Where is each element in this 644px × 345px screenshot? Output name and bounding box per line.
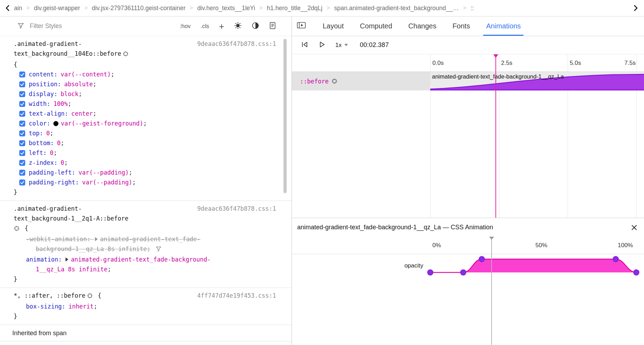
stylesheet-source-link[interactable]: 4ff747d74e19f453.css:1 — [197, 291, 276, 300]
styles-scrollbar[interactable] — [283, 39, 287, 193]
track-pseudo-element-label[interactable]: ::before — [300, 78, 329, 85]
stylesheet-source-link[interactable]: 9deaac636f47b878.css:1 — [197, 39, 276, 49]
contrast-appearance-icon[interactable] — [252, 22, 259, 31]
keyframe-dot[interactable] — [613, 256, 618, 262]
property-name[interactable]: z-index — [29, 159, 54, 166]
property-value[interactable]: var(--padding) — [78, 169, 129, 176]
property-value[interactable]: block — [61, 90, 78, 97]
current-time-display: 00:02.387 — [360, 41, 389, 49]
breadcrumb-item[interactable]: div.hero_texts__1leYi — [197, 5, 255, 12]
toggle-hover-states-button[interactable]: :hov — [180, 23, 191, 29]
breadcrumb-item[interactable]: div.geist-wrapper — [34, 5, 80, 12]
property-enabled-checkbox[interactable] — [19, 170, 25, 176]
timeline-time-ruler[interactable]: 0.0s2.5s5.0s7.5s — [292, 54, 644, 72]
property-name[interactable]: display — [29, 90, 54, 97]
rule-selector[interactable]: .animated-gradient- — [14, 39, 82, 49]
property-name[interactable]: color — [29, 120, 47, 127]
property-enabled-checkbox[interactable] — [19, 150, 25, 156]
scope-target-icon[interactable] — [87, 293, 93, 300]
breadcrumb-item[interactable]: div.jsx-2797361110.geist-container — [92, 5, 186, 12]
property-enabled-checkbox[interactable] — [19, 160, 25, 166]
property-value[interactable]: 0 — [57, 140, 61, 147]
property-enabled-checkbox[interactable] — [19, 111, 25, 117]
skip-to-start-icon[interactable] — [301, 41, 309, 49]
property-value[interactable]: 100% — [53, 100, 68, 107]
scope-target-icon[interactable] — [331, 78, 337, 84]
property-enabled-checkbox[interactable] — [19, 91, 25, 97]
keyframe-dot[interactable] — [479, 256, 485, 262]
stylesheet-document-icon[interactable] — [269, 22, 276, 31]
time-ruler-label: 0.0s — [432, 60, 444, 67]
property-enabled-checkbox[interactable] — [19, 81, 25, 87]
rule-selector[interactable]: .animated-gradient- — [14, 204, 82, 214]
property-colon: : — [47, 100, 50, 107]
scope-target-icon[interactable] — [14, 226, 20, 233]
property-enabled-checkbox[interactable] — [19, 72, 25, 77]
animations-tab-item[interactable]: Changes — [408, 16, 436, 36]
property-enabled-checkbox[interactable] — [19, 140, 25, 146]
property-name[interactable]: content — [29, 71, 54, 78]
keyframe-dot[interactable] — [427, 270, 433, 275]
property-name[interactable]: left — [29, 149, 43, 156]
play-icon[interactable] — [318, 41, 326, 49]
property-enabled-checkbox[interactable] — [19, 180, 25, 185]
playhead-triangle-icon[interactable] — [493, 54, 498, 58]
panel-toggle-icon[interactable] — [297, 21, 306, 31]
keyframes-current-time-indicator[interactable] — [491, 237, 492, 345]
disclosure-triangle-icon[interactable] — [95, 237, 98, 241]
animations-tab-item[interactable]: Layout — [323, 16, 344, 36]
stylesheet-source-link[interactable]: 9deaac636f47b878.css:1 — [197, 204, 276, 214]
filter-styles-input[interactable]: Filter Styles — [30, 22, 62, 30]
color-swatch[interactable] — [53, 121, 59, 126]
keyframe-dot[interactable] — [460, 270, 466, 275]
css-property-row[interactable]: box-sizing:inherit; — [14, 302, 276, 311]
css-property-row[interactable]: animation:animated-gradient-text_fade-ba… — [14, 255, 276, 264]
breadcrumb-forward-icon[interactable] — [633, 5, 638, 12]
property-value[interactable]: 0 — [50, 149, 53, 156]
rule-selector[interactable]: text_background__104Eo::before — [14, 50, 121, 57]
animations-tab-item[interactable]: Animations — [486, 16, 521, 36]
property-name[interactable]: padding-right — [29, 179, 75, 186]
property-enabled-checkbox[interactable] — [19, 121, 25, 127]
property-name[interactable]: bottom — [29, 140, 50, 147]
property-semicolon: ; — [68, 100, 71, 107]
toggle-classes-button[interactable]: .cls — [200, 23, 209, 29]
breadcrumb-item[interactable]: h1.hero_title__2dqLj — [267, 5, 323, 12]
property-enabled-checkbox[interactable] — [19, 101, 25, 107]
property-name[interactable]: width — [29, 100, 47, 107]
animations-tab-item[interactable]: Computed — [360, 16, 392, 36]
element-style-rule: element { inline — [0, 341, 292, 345]
disclosure-triangle-icon[interactable] — [66, 257, 68, 262]
light-appearance-icon[interactable] — [234, 22, 242, 31]
property-value[interactable]: center — [71, 110, 93, 117]
property-value[interactable]: absolute — [64, 81, 93, 88]
property-value[interactable]: var(--padding) — [82, 179, 132, 186]
breadcrumb-item[interactable]: :: — [471, 5, 474, 12]
breadcrumb-back-icon[interactable] — [5, 5, 10, 12]
property-name[interactable]: top — [29, 130, 40, 137]
property-name[interactable]: text-align — [29, 110, 64, 117]
timeline-playhead[interactable] — [495, 54, 496, 218]
track-target-cell[interactable]: ::before — [292, 72, 430, 90]
playback-speed-dropdown[interactable]: 1x — [335, 42, 348, 49]
property-name[interactable]: padding-left — [29, 169, 72, 176]
property-colon: : — [57, 81, 61, 88]
animations-tab-item[interactable]: Fonts — [452, 16, 470, 36]
keyframe-dot[interactable] — [633, 270, 639, 275]
rule-selector[interactable]: *, ::after, ::before — [14, 292, 85, 299]
property-value[interactable]: var(--geist-foreground) — [61, 120, 143, 127]
breadcrumb-separator: > — [84, 5, 88, 11]
css-property-row-disabled[interactable]: -webkit-animation: animated-gradient-tex… — [14, 234, 276, 244]
breadcrumb-item[interactable]: span.animated-gradient-text_background__… — [334, 5, 459, 12]
property-enabled-checkbox[interactable] — [19, 130, 25, 136]
animated-property-label: opacity — [292, 254, 423, 277]
close-icon[interactable] — [631, 224, 638, 231]
property-value[interactable]: 0 — [46, 130, 50, 137]
rule-selector[interactable]: text_background-1__2q1-A::before — [14, 215, 129, 222]
breadcrumb-item[interactable]: ain — [14, 5, 22, 12]
scope-target-icon[interactable] — [123, 51, 129, 58]
add-rule-button[interactable]: + — [219, 22, 224, 31]
property-value[interactable]: var(--content) — [61, 71, 111, 78]
property-name[interactable]: position — [29, 81, 57, 88]
property-value[interactable]: 0 — [61, 159, 64, 166]
